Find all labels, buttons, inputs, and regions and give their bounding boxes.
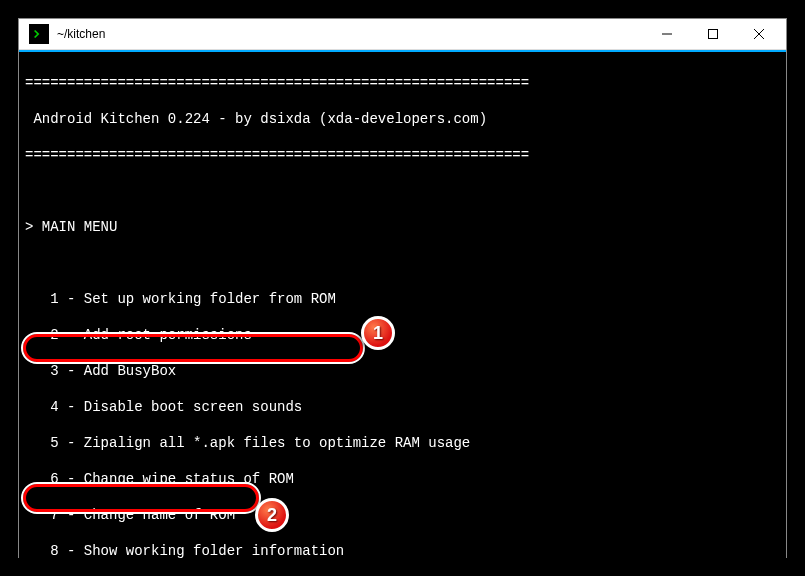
svg-rect-2: [709, 30, 718, 39]
titlebar: ~/kitchen: [19, 19, 786, 50]
window-title: ~/kitchen: [55, 27, 644, 41]
maximize-button[interactable]: [690, 19, 736, 49]
menu-item: 7 - Change name of ROM: [25, 506, 780, 524]
menu-item: 5 - Zipalign all *.apk files to optimize…: [25, 434, 780, 452]
divider-line: ========================================…: [25, 74, 780, 92]
menu-item: 3 - Add BusyBox: [25, 362, 780, 380]
terminal-body[interactable]: ========================================…: [19, 50, 786, 576]
blank-line: [25, 182, 780, 200]
menu-item: 4 - Disable boot screen sounds: [25, 398, 780, 416]
window-controls: [644, 19, 782, 49]
menu-item: 8 - Show working folder information: [25, 542, 780, 560]
menu-item: 6 - Change wipe status of ROM: [25, 470, 780, 488]
close-icon: [754, 29, 764, 39]
menu-header: > MAIN MENU: [25, 218, 780, 236]
close-button[interactable]: [736, 19, 782, 49]
terminal-window: ~/kitchen ==============================…: [18, 18, 787, 558]
divider-line: ========================================…: [25, 146, 780, 164]
menu-item: 2 - Add root permissions: [25, 326, 780, 344]
minimize-icon: [662, 29, 672, 39]
blank-line: [25, 254, 780, 272]
app-icon: [29, 24, 49, 44]
app-header: Android Kitchen 0.224 - by dsixda (xda-d…: [25, 110, 780, 128]
maximize-icon: [708, 29, 718, 39]
menu-item: 1 - Set up working folder from ROM: [25, 290, 780, 308]
minimize-button[interactable]: [644, 19, 690, 49]
